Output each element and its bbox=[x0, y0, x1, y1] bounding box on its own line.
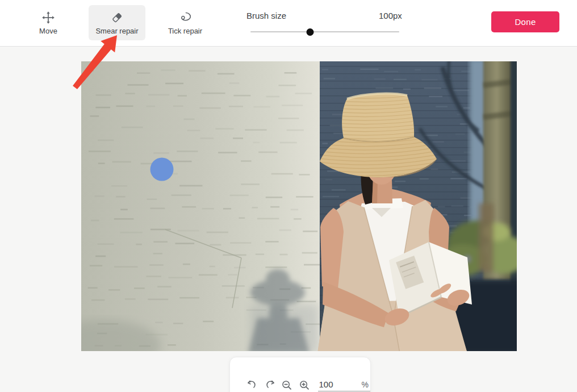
tool-smear-repair[interactable]: Smear repair bbox=[89, 5, 145, 40]
tool-move[interactable]: Move bbox=[20, 5, 77, 40]
zoom-out-button[interactable] bbox=[281, 379, 294, 392]
redo-icon bbox=[264, 379, 276, 391]
brush-cursor bbox=[150, 158, 174, 181]
zoom-toolbar: % bbox=[229, 357, 371, 392]
percent-label: % bbox=[362, 380, 370, 389]
lasso-icon bbox=[178, 11, 192, 24]
done-button[interactable]: Done bbox=[491, 11, 559, 32]
zoom-in-button[interactable] bbox=[298, 379, 311, 392]
app: Move Smear repair Tick repair Bru bbox=[0, 0, 577, 392]
slider-thumb[interactable] bbox=[306, 28, 313, 36]
tool-tick-repair[interactable]: Tick repair bbox=[157, 5, 214, 40]
zoom-in-icon bbox=[298, 379, 311, 391]
redo-button[interactable] bbox=[264, 379, 277, 392]
zoom-out-icon bbox=[281, 379, 293, 391]
undo-icon bbox=[246, 379, 258, 391]
photo-illustration bbox=[81, 61, 517, 351]
tool-tick-repair-label: Tick repair bbox=[168, 27, 202, 35]
top-toolbar: Move Smear repair Tick repair Bru bbox=[0, 0, 577, 47]
zoom-input-wrap[interactable]: % bbox=[318, 380, 370, 391]
brush-size-value: 100px bbox=[379, 11, 402, 20]
move-icon bbox=[41, 11, 55, 24]
brush-size-slider[interactable] bbox=[250, 25, 399, 39]
tool-move-label: Move bbox=[39, 27, 57, 35]
undo-button[interactable] bbox=[246, 379, 259, 392]
photo-canvas[interactable] bbox=[81, 61, 517, 351]
brush-size-label: Brush size bbox=[246, 11, 286, 20]
eraser-icon bbox=[110, 11, 124, 24]
slider-track[interactable] bbox=[250, 31, 399, 32]
tool-smear-repair-label: Smear repair bbox=[95, 27, 138, 35]
zoom-input[interactable] bbox=[318, 380, 350, 389]
